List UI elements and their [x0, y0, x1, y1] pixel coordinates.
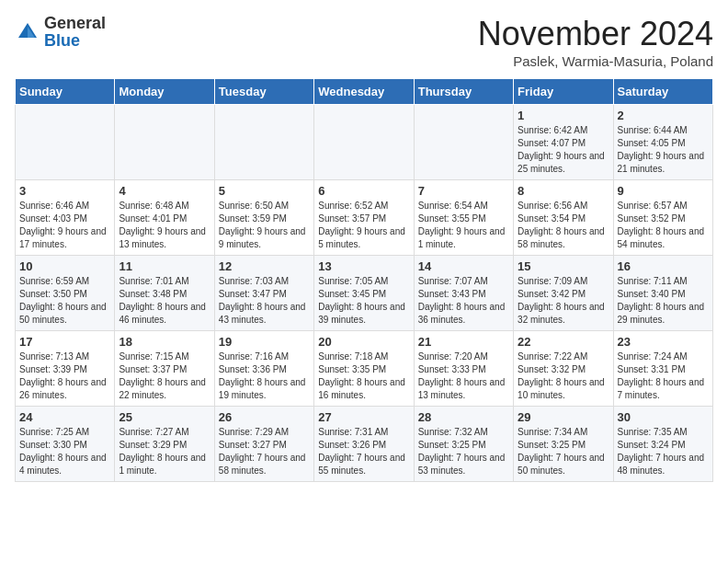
day-info: Sunrise: 7:16 AM Sunset: 3:36 PM Dayligh… [219, 350, 310, 402]
calendar-cell: 21Sunrise: 7:20 AM Sunset: 3:33 PM Dayli… [414, 331, 513, 407]
header: General Blue November 2024 Paslek, Warmi… [15, 15, 713, 69]
calendar-cell: 9Sunrise: 6:57 AM Sunset: 3:52 PM Daylig… [613, 180, 712, 256]
calendar-cell: 20Sunrise: 7:18 AM Sunset: 3:35 PM Dayli… [314, 331, 414, 407]
day-info: Sunrise: 7:09 AM Sunset: 3:42 PM Dayligh… [518, 275, 609, 327]
calendar-cell: 22Sunrise: 7:22 AM Sunset: 3:32 PM Dayli… [514, 331, 613, 407]
day-number: 3 [19, 184, 110, 198]
day-number: 16 [618, 259, 709, 273]
day-number: 4 [119, 184, 210, 198]
calendar-cell: 25Sunrise: 7:27 AM Sunset: 3:29 PM Dayli… [115, 407, 214, 482]
day-number: 1 [518, 109, 609, 122]
day-info: Sunrise: 7:22 AM Sunset: 3:32 PM Dayligh… [518, 350, 609, 402]
column-header-wednesday: Wednesday [314, 79, 414, 105]
calendar-cell: 13Sunrise: 7:05 AM Sunset: 3:45 PM Dayli… [314, 256, 414, 331]
calendar-title: November 2024 [478, 15, 713, 53]
calendar-cell: 29Sunrise: 7:34 AM Sunset: 3:25 PM Dayli… [514, 407, 613, 482]
calendar-cell: 15Sunrise: 7:09 AM Sunset: 3:42 PM Dayli… [514, 256, 613, 331]
day-number: 24 [19, 410, 110, 424]
calendar-cell: 30Sunrise: 7:35 AM Sunset: 3:24 PM Dayli… [613, 407, 712, 482]
day-number: 20 [318, 335, 409, 349]
day-info: Sunrise: 7:27 AM Sunset: 3:29 PM Dayligh… [119, 426, 210, 477]
title-area: November 2024 Paslek, Warmia-Masuria, Po… [478, 15, 713, 69]
calendar-cell: 24Sunrise: 7:25 AM Sunset: 3:30 PM Dayli… [16, 407, 115, 482]
calendar-cell: 11Sunrise: 7:01 AM Sunset: 3:48 PM Dayli… [115, 256, 214, 331]
day-number: 12 [219, 259, 310, 273]
calendar-table: SundayMondayTuesdayWednesdayThursdayFrid… [15, 78, 713, 482]
day-info: Sunrise: 6:44 AM Sunset: 4:05 PM Dayligh… [618, 124, 709, 176]
calendar-cell: 18Sunrise: 7:15 AM Sunset: 3:37 PM Dayli… [115, 331, 214, 407]
day-number: 19 [219, 335, 310, 349]
day-info: Sunrise: 6:48 AM Sunset: 4:01 PM Dayligh… [119, 200, 210, 251]
day-info: Sunrise: 7:13 AM Sunset: 3:39 PM Dayligh… [19, 350, 110, 402]
calendar-cell: 27Sunrise: 7:31 AM Sunset: 3:26 PM Dayli… [314, 407, 414, 482]
calendar-cell: 14Sunrise: 7:07 AM Sunset: 3:43 PM Dayli… [414, 256, 513, 331]
day-info: Sunrise: 7:32 AM Sunset: 3:25 PM Dayligh… [418, 426, 509, 477]
calendar-cell: 6Sunrise: 6:52 AM Sunset: 3:57 PM Daylig… [314, 180, 414, 256]
calendar-cell: 1Sunrise: 6:42 AM Sunset: 4:07 PM Daylig… [514, 105, 613, 180]
calendar-cell: 5Sunrise: 6:50 AM Sunset: 3:59 PM Daylig… [214, 180, 313, 256]
logo-general: General [44, 15, 106, 32]
day-info: Sunrise: 6:42 AM Sunset: 4:07 PM Dayligh… [518, 124, 609, 176]
day-number: 22 [518, 335, 609, 349]
day-info: Sunrise: 6:59 AM Sunset: 3:50 PM Dayligh… [19, 275, 110, 327]
day-number: 11 [119, 259, 210, 273]
day-number: 15 [518, 259, 609, 273]
calendar-cell: 10Sunrise: 6:59 AM Sunset: 3:50 PM Dayli… [16, 256, 115, 331]
calendar-cell: 4Sunrise: 6:48 AM Sunset: 4:01 PM Daylig… [115, 180, 214, 256]
logo-icon [15, 19, 40, 45]
calendar-cell: 3Sunrise: 6:46 AM Sunset: 4:03 PM Daylig… [16, 180, 115, 256]
day-info: Sunrise: 7:31 AM Sunset: 3:26 PM Dayligh… [318, 426, 409, 477]
day-info: Sunrise: 7:03 AM Sunset: 3:47 PM Dayligh… [219, 275, 310, 327]
day-info: Sunrise: 7:25 AM Sunset: 3:30 PM Dayligh… [19, 426, 110, 477]
calendar-cell: 23Sunrise: 7:24 AM Sunset: 3:31 PM Dayli… [613, 331, 712, 407]
day-info: Sunrise: 7:24 AM Sunset: 3:31 PM Dayligh… [618, 350, 709, 402]
calendar-cell: 26Sunrise: 7:29 AM Sunset: 3:27 PM Dayli… [214, 407, 313, 482]
day-number: 2 [618, 109, 709, 122]
column-header-saturday: Saturday [613, 79, 712, 105]
day-number: 18 [119, 335, 210, 349]
day-info: Sunrise: 6:54 AM Sunset: 3:55 PM Dayligh… [418, 200, 509, 251]
calendar-cell: 7Sunrise: 6:54 AM Sunset: 3:55 PM Daylig… [414, 180, 513, 256]
day-info: Sunrise: 7:05 AM Sunset: 3:45 PM Dayligh… [318, 275, 409, 327]
day-info: Sunrise: 6:52 AM Sunset: 3:57 PM Dayligh… [318, 200, 409, 251]
calendar-cell: 19Sunrise: 7:16 AM Sunset: 3:36 PM Dayli… [214, 331, 313, 407]
day-info: Sunrise: 7:35 AM Sunset: 3:24 PM Dayligh… [618, 426, 709, 477]
calendar-cell: 16Sunrise: 7:11 AM Sunset: 3:40 PM Dayli… [613, 256, 712, 331]
calendar-cell [16, 105, 115, 180]
day-info: Sunrise: 7:11 AM Sunset: 3:40 PM Dayligh… [618, 275, 709, 327]
day-info: Sunrise: 7:18 AM Sunset: 3:35 PM Dayligh… [318, 350, 409, 402]
day-info: Sunrise: 7:15 AM Sunset: 3:37 PM Dayligh… [119, 350, 210, 402]
logo-blue: Blue [44, 32, 106, 50]
calendar-cell: 28Sunrise: 7:32 AM Sunset: 3:25 PM Dayli… [414, 407, 513, 482]
day-number: 9 [618, 184, 709, 198]
day-number: 28 [418, 410, 509, 424]
day-info: Sunrise: 6:50 AM Sunset: 3:59 PM Dayligh… [219, 200, 310, 251]
day-info: Sunrise: 7:34 AM Sunset: 3:25 PM Dayligh… [518, 426, 609, 477]
day-info: Sunrise: 6:57 AM Sunset: 3:52 PM Dayligh… [618, 200, 709, 251]
day-number: 13 [318, 259, 409, 273]
day-info: Sunrise: 7:29 AM Sunset: 3:27 PM Dayligh… [219, 426, 310, 477]
column-header-friday: Friday [514, 79, 613, 105]
calendar-cell: 12Sunrise: 7:03 AM Sunset: 3:47 PM Dayli… [214, 256, 313, 331]
day-info: Sunrise: 7:20 AM Sunset: 3:33 PM Dayligh… [418, 350, 509, 402]
day-number: 30 [618, 410, 709, 424]
day-info: Sunrise: 7:07 AM Sunset: 3:43 PM Dayligh… [418, 275, 509, 327]
day-number: 7 [418, 184, 509, 198]
day-info: Sunrise: 6:46 AM Sunset: 4:03 PM Dayligh… [19, 200, 110, 251]
day-number: 29 [518, 410, 609, 424]
day-number: 14 [418, 259, 509, 273]
day-number: 25 [119, 410, 210, 424]
day-number: 23 [618, 335, 709, 349]
day-number: 21 [418, 335, 509, 349]
calendar-cell: 8Sunrise: 6:56 AM Sunset: 3:54 PM Daylig… [514, 180, 613, 256]
calendar-cell [115, 105, 214, 180]
day-number: 5 [219, 184, 310, 198]
day-number: 17 [19, 335, 110, 349]
day-number: 6 [318, 184, 409, 198]
day-info: Sunrise: 7:01 AM Sunset: 3:48 PM Dayligh… [119, 275, 210, 327]
column-header-thursday: Thursday [414, 79, 513, 105]
day-number: 10 [19, 259, 110, 273]
logo: General Blue [15, 15, 106, 50]
column-header-monday: Monday [115, 79, 214, 105]
column-header-sunday: Sunday [16, 79, 115, 105]
